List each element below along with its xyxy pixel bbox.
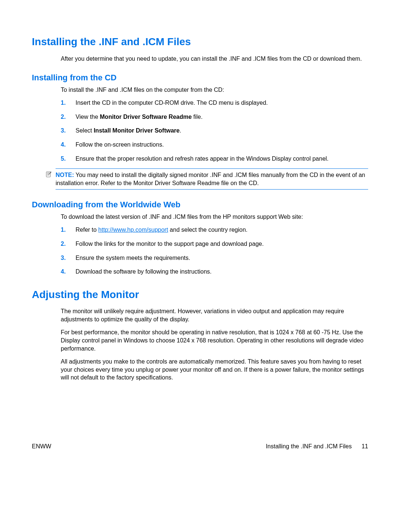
step-number: 3. [61, 254, 66, 262]
note-box: NOTE: You may need to install the digita… [56, 168, 368, 190]
adjusting-section-block: The monitor will unlikely require adjust… [61, 307, 368, 382]
step-text-bold: Install Monitor Driver Software [94, 127, 180, 134]
step-text-post: file. [192, 114, 203, 120]
support-link[interactable]: http://www.hp.com/support [98, 227, 168, 233]
list-item: 3. Select Install Monitor Driver Softwar… [61, 127, 368, 135]
step-number: 1. [61, 226, 66, 234]
note-label: NOTE: [56, 172, 74, 178]
page-number: 11 [361, 443, 368, 449]
list-item: 1. Refer to http://www.hp.com/support an… [61, 226, 368, 234]
list-item: 2. View the Monitor Driver Software Read… [61, 113, 368, 121]
step-text: Follow the on-screen instructions. [76, 141, 164, 148]
step-text: Follow the links for the monitor to the … [76, 241, 264, 247]
adjusting-p3: All adjustments you make to the controls… [61, 358, 368, 382]
step-number: 5. [61, 155, 66, 163]
step-number: 2. [61, 113, 66, 121]
footer-right: Installing the .INF and .ICM Files 11 [266, 443, 368, 450]
step-text-pre: View the [76, 114, 100, 120]
step-number: 1. [61, 99, 66, 107]
heading-installing-files: Installing the .INF and .ICM Files [32, 36, 368, 48]
step-text-bold: Monitor Driver Software Readme [100, 114, 192, 120]
step-number: 4. [61, 268, 66, 276]
list-item: 4. Download the software by following th… [61, 268, 368, 276]
note-icon [46, 171, 52, 179]
cd-section-block: To install the .INF and .ICM files on th… [61, 86, 368, 163]
list-item: 1. Insert the CD in the computer CD-ROM … [61, 99, 368, 107]
step-text: Download the software by following the i… [76, 268, 211, 275]
page-footer: ENWW Installing the .INF and .ICM Files … [32, 443, 368, 450]
step-text-pre: Select [76, 127, 94, 134]
step-text: Ensure that the proper resolution and re… [76, 155, 329, 162]
web-steps-list: 1. Refer to http://www.hp.com/support an… [61, 226, 368, 275]
svg-rect-0 [46, 172, 50, 177]
list-item: 5. Ensure that the proper resolution and… [61, 155, 368, 163]
heading-adjusting-monitor: Adjusting the Monitor [32, 288, 368, 301]
step-number: 4. [61, 141, 66, 149]
document-page: Installing the .INF and .ICM Files After… [0, 0, 400, 532]
note-body: You may need to install the digitally si… [56, 172, 365, 186]
list-item: 4. Follow the on-screen instructions. [61, 141, 368, 149]
cd-intro-text: To install the .INF and .ICM files on th… [61, 86, 368, 94]
note-text: NOTE: You may need to install the digita… [56, 171, 368, 187]
note-container: NOTE: You may need to install the digita… [56, 168, 368, 190]
intro-text: After you determine that you need to upd… [61, 55, 368, 63]
step-text-pre: Refer to [76, 227, 98, 233]
heading-installing-from-cd: Installing from the CD [32, 73, 368, 83]
step-number: 3. [61, 127, 66, 135]
list-item: 3. Ensure the system meets the requireme… [61, 254, 368, 262]
cd-steps-list: 1. Insert the CD in the computer CD-ROM … [61, 99, 368, 163]
step-number: 2. [61, 240, 66, 248]
web-section-block: To download the latest version of .INF a… [61, 213, 368, 276]
step-text-post: . [180, 127, 181, 134]
heading-downloading-web: Downloading from the Worldwide Web [32, 200, 368, 210]
footer-section-title: Installing the .INF and .ICM Files [266, 443, 352, 449]
list-item: 2. Follow the links for the monitor to t… [61, 240, 368, 248]
intro-paragraph-block: After you determine that you need to upd… [61, 55, 368, 63]
step-text-post: and select the country region. [168, 227, 247, 233]
step-text: Insert the CD in the computer CD-ROM dri… [76, 100, 268, 106]
adjusting-p1: The monitor will unlikely require adjust… [61, 307, 368, 323]
web-intro-text: To download the latest version of .INF a… [61, 213, 368, 221]
adjusting-p2: For best performance, the monitor should… [61, 328, 368, 352]
step-text: Ensure the system meets the requirements… [76, 255, 190, 261]
footer-left: ENWW [32, 443, 51, 450]
